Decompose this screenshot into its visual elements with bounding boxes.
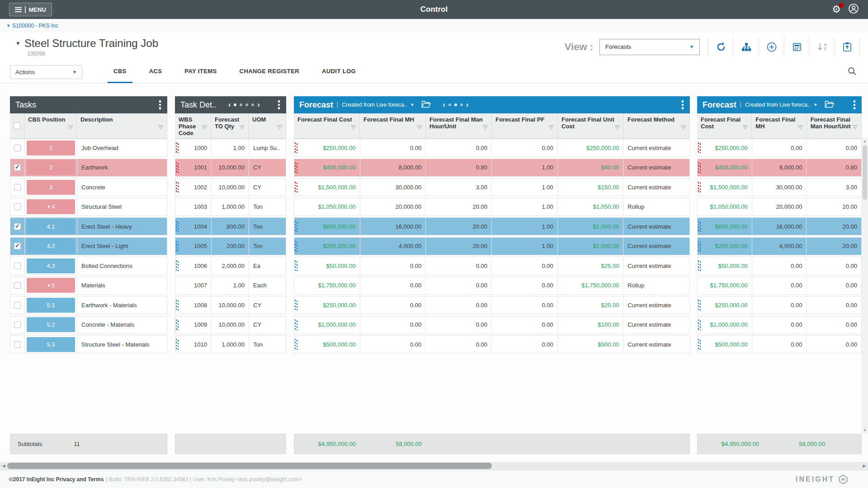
- refresh-icon[interactable]: [708, 38, 733, 56]
- tab-change-register[interactable]: CHANGE REGISTER: [228, 61, 311, 83]
- tab-audit-log[interactable]: AUDIT LOG: [311, 61, 367, 83]
- task-row[interactable]: 5.3Structure Steel - Materials: [10, 335, 167, 353]
- settings-gear-icon[interactable]: ⚙: [832, 5, 841, 14]
- filter-icon[interactable]: [239, 124, 245, 131]
- open-forecast-icon[interactable]: [825, 100, 834, 110]
- cbs-position-badge[interactable]: 4.3: [27, 258, 75, 273]
- pager-dot[interactable]: [234, 103, 236, 106]
- row-checkbox[interactable]: [14, 223, 21, 230]
- cbs-position-badge[interactable]: 5.2: [27, 317, 75, 332]
- calculator-icon[interactable]: [784, 38, 809, 56]
- forecast-row[interactable]: $1,750,000.000.000.000.00$1,750,000.00Ro…: [294, 277, 690, 295]
- forecast-row[interactable]: $200,000.004,000.0020.001.00$1,000.00Cur…: [294, 237, 690, 255]
- account-icon[interactable]: [848, 3, 859, 16]
- collapse-caret-icon[interactable]: ▼: [47, 205, 51, 209]
- kebab-menu-icon[interactable]: [853, 99, 857, 110]
- row-checkbox[interactable]: [14, 321, 21, 328]
- filter-icon[interactable]: [797, 124, 803, 131]
- pager-prev-icon[interactable]: ‹: [228, 101, 231, 109]
- filter-icon[interactable]: [202, 124, 208, 131]
- pager-dot[interactable]: [240, 103, 242, 106]
- task-detail-row[interactable]: 10101,000.00Ton: [175, 335, 286, 353]
- task-detail-row[interactable]: 100210,000.00CY: [175, 178, 286, 196]
- task-detail-row[interactable]: 10031,000.00Ton: [175, 198, 286, 216]
- forecast-row[interactable]: $500,000.000.000.00: [697, 335, 862, 353]
- row-checkbox[interactable]: [14, 164, 21, 171]
- cbs-position-badge[interactable]: 5.1: [27, 298, 75, 313]
- pager-dot[interactable]: [245, 103, 248, 106]
- forecast-row[interactable]: $250,000.000.000.000.00$25.00Current est…: [294, 296, 690, 314]
- hierarchy-icon[interactable]: [733, 38, 759, 56]
- filter-icon[interactable]: [67, 124, 73, 131]
- cbs-position-badge[interactable]: 3: [27, 180, 75, 195]
- cbs-position-badge[interactable]: ▼5: [27, 278, 75, 293]
- task-row[interactable]: 4.2Erect Steel - Light: [10, 237, 167, 255]
- breadcrumb-link[interactable]: S100000 - PKS Inc: [12, 23, 58, 29]
- cbs-position-badge[interactable]: 2: [27, 160, 75, 175]
- forecast-row[interactable]: $250,000.000.000.000.00$250,000.00Curren…: [294, 139, 690, 157]
- vertical-scrollbar[interactable]: ▲ ▼: [862, 138, 868, 434]
- filter-icon[interactable]: [742, 124, 748, 131]
- task-detail-row[interactable]: 10071.00Each: [175, 277, 286, 295]
- actions-dropdown[interactable]: Actions ▼: [10, 65, 82, 79]
- filter-icon[interactable]: [158, 124, 164, 131]
- forecast-row[interactable]: $400,000.008,000.000.801.00$40.00Current…: [294, 159, 690, 177]
- forecast-row[interactable]: $1,750,000.000.000.00: [697, 277, 862, 295]
- p-forecast1-view-selector[interactable]: Created from Live foreca..▼: [337, 102, 414, 108]
- breadcrumb-caret-icon[interactable]: ▼: [6, 23, 10, 28]
- task-row[interactable]: 3Concrete: [10, 178, 167, 196]
- forecast-row[interactable]: $250,000.000.000.00: [697, 296, 862, 314]
- row-checkbox[interactable]: [14, 145, 21, 151]
- pager-next-icon[interactable]: ›: [257, 101, 259, 109]
- forecast-row[interactable]: $1,050,000.0020,000.0020.00: [697, 198, 862, 216]
- task-row[interactable]: 4.3Bolted Connections: [10, 257, 167, 275]
- scroll-right-icon[interactable]: ▶: [861, 462, 868, 470]
- forecast-row[interactable]: $500,000.000.000.000.00$500.00Current es…: [294, 335, 690, 353]
- forecast-row[interactable]: $800,000.0016,000.0020.001.00$1,000.00Cu…: [294, 217, 690, 235]
- tab-cbs[interactable]: CBS: [102, 61, 138, 83]
- title-caret-icon[interactable]: ▼: [15, 40, 21, 47]
- add-icon[interactable]: [759, 38, 784, 56]
- tab-acs[interactable]: ACS: [138, 61, 174, 83]
- tab-pay-items[interactable]: PAY ITEMS: [173, 61, 228, 83]
- collapse-caret-icon[interactable]: ▼: [47, 283, 51, 288]
- scroll-up-icon[interactable]: ▲: [862, 138, 868, 145]
- sort-az-icon[interactable]: AZ: [809, 38, 835, 56]
- pager-next-icon[interactable]: ›: [466, 101, 468, 109]
- row-checkbox[interactable]: [14, 282, 21, 289]
- pager-dot[interactable]: [251, 103, 254, 106]
- forecast-row[interactable]: $400,000.008,000.000.80: [697, 159, 862, 177]
- task-detail-row[interactable]: 100910,000.00CY: [175, 316, 286, 334]
- forecast-row[interactable]: $800,000.0016,000.0020.00: [697, 217, 862, 235]
- filter-icon[interactable]: [482, 124, 488, 131]
- row-checkbox[interactable]: [14, 263, 21, 269]
- task-row[interactable]: 5.1Earthwork - Materials: [10, 296, 167, 314]
- filter-icon[interactable]: [852, 124, 858, 131]
- forecast-row[interactable]: $50,000.000.000.00: [697, 257, 862, 275]
- filter-icon[interactable]: [350, 124, 356, 131]
- row-checkbox[interactable]: [14, 243, 21, 249]
- forecast-row[interactable]: $1,500,000.0030,000.003.001.00$150.00Cur…: [294, 178, 690, 196]
- task-detail-row[interactable]: 100810,000.00CY: [175, 296, 286, 314]
- cbs-position-badge[interactable]: 5.3: [27, 337, 75, 352]
- search-icon[interactable]: [848, 67, 868, 77]
- kebab-menu-icon[interactable]: [158, 99, 162, 110]
- filter-icon[interactable]: [416, 124, 422, 131]
- pager-dot[interactable]: [460, 103, 463, 106]
- open-forecast-icon[interactable]: [421, 100, 431, 110]
- cbs-position-badge[interactable]: 4.2: [27, 239, 75, 253]
- row-checkbox[interactable]: [14, 184, 21, 191]
- kebab-menu-icon[interactable]: [277, 99, 281, 110]
- pager-dot[interactable]: [448, 103, 451, 106]
- pager-dot[interactable]: [454, 103, 457, 106]
- task-row[interactable]: ▼4Structural Steel: [10, 198, 167, 216]
- task-detail-row[interactable]: 1005200.00Ton: [175, 237, 286, 255]
- horizontal-scroll-thumb[interactable]: [7, 463, 492, 469]
- view-select[interactable]: Forecasts ▼: [599, 39, 700, 55]
- filter-icon[interactable]: [680, 124, 686, 131]
- select-all-checkbox[interactable]: [14, 122, 20, 129]
- cbs-position-badge[interactable]: 1: [27, 141, 75, 155]
- pager-prev-icon[interactable]: ‹: [443, 101, 445, 109]
- row-checkbox[interactable]: [14, 302, 21, 309]
- forecast-row[interactable]: $1,050,000.0020,000.0020.001.00$1,050.00…: [294, 198, 690, 216]
